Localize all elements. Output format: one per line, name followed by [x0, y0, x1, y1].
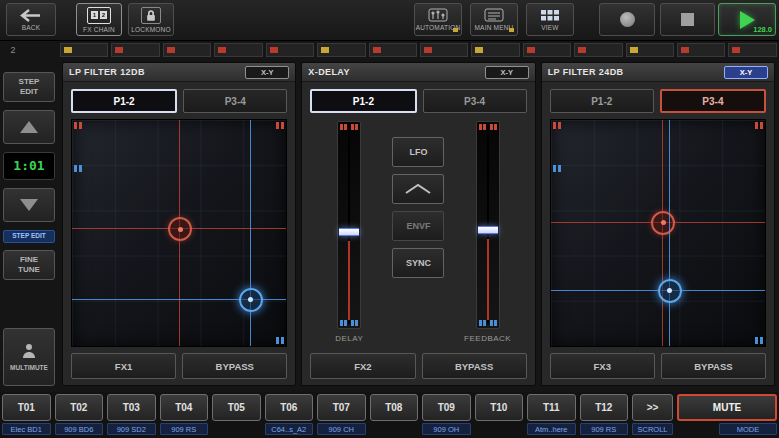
- automation-button[interactable]: AUTOMATION: [414, 3, 462, 36]
- fx3-select-button[interactable]: FX3: [550, 353, 655, 379]
- fx-slot-indicator[interactable]: [471, 43, 519, 57]
- slot-status-mark: [527, 47, 535, 53]
- tab-p3-4[interactable]: P3-4: [660, 89, 766, 113]
- person-icon: [20, 342, 38, 360]
- track-cell: T10: [475, 394, 524, 438]
- track-button-t01[interactable]: T01: [2, 394, 51, 421]
- panel-body: DELAY LFO ENVF SYNC: [302, 116, 534, 350]
- step-edit-button[interactable]: STEP EDIT: [3, 72, 55, 102]
- fx-slot-indicator[interactable]: [111, 43, 159, 57]
- tab-p1-2[interactable]: P1-2: [550, 89, 654, 113]
- envf-button[interactable]: ENVF: [392, 211, 444, 241]
- xy-pad[interactable]: [550, 119, 766, 347]
- mute-mode-button[interactable]: MUTE: [677, 394, 777, 421]
- xy-pad[interactable]: [71, 119, 287, 347]
- track-button-t11[interactable]: T11: [527, 394, 576, 421]
- delay-slider-handle[interactable]: [339, 228, 359, 236]
- tab-p1-2[interactable]: P1-2: [310, 89, 416, 113]
- xy-toggle-button[interactable]: X-Y: [485, 66, 529, 79]
- sync-button[interactable]: SYNC: [392, 248, 444, 278]
- tab-p3-4[interactable]: P3-4: [183, 89, 287, 113]
- track-button-t04[interactable]: T04: [160, 394, 209, 421]
- bypass-button[interactable]: BYPASS: [661, 353, 766, 379]
- track-button-t12[interactable]: T12: [580, 394, 629, 421]
- tab-p3-4[interactable]: P3-4: [423, 89, 527, 113]
- fx-slot-indicator[interactable]: [574, 43, 622, 57]
- slot-status-mark: [681, 47, 689, 53]
- feedback-slider-handle[interactable]: [478, 226, 498, 234]
- back-arrow-icon: [20, 9, 42, 22]
- record-button[interactable]: [599, 3, 655, 36]
- track-button-t10[interactable]: T10: [475, 394, 524, 421]
- track-cell-mute: MUTEMODE: [677, 394, 777, 438]
- track-bar: T01Elec BD1 T02909 BD6 T03909 SD2 T04909…: [0, 392, 779, 438]
- fx-slot-indicator[interactable]: [523, 43, 571, 57]
- edit-mode-label: STEP EDIT: [3, 230, 55, 243]
- automation-status-dot: [453, 28, 458, 32]
- slot-status-mark: [732, 47, 740, 53]
- fx1-select-button[interactable]: FX1: [71, 353, 176, 379]
- fine-tune-button[interactable]: FINE TUNE: [3, 250, 55, 280]
- track-button-t08[interactable]: T08: [370, 394, 419, 421]
- track-button-t05[interactable]: T05: [212, 394, 261, 421]
- step-up-button[interactable]: [3, 110, 55, 144]
- slot-status-mark: [218, 47, 226, 53]
- panel-body: [63, 116, 295, 350]
- view-button[interactable]: VIEW: [526, 3, 574, 36]
- panel-header: LP FILTER 12DB X-Y: [63, 63, 295, 82]
- track-button-t06[interactable]: T06: [265, 394, 314, 421]
- fx-slot-indicator[interactable]: [266, 43, 314, 57]
- multimute-button[interactable]: MULTIMUTE: [3, 328, 55, 386]
- track-cell: T08: [370, 394, 419, 438]
- fx-chain-button[interactable]: 1 2 FX CHAIN: [76, 3, 122, 36]
- fx-slot-indicator[interactable]: [214, 43, 262, 57]
- lockmono-button[interactable]: LOCKMONO: [128, 3, 174, 36]
- stop-button[interactable]: [660, 3, 715, 36]
- step-down-button[interactable]: [3, 188, 55, 222]
- tempo-display[interactable]: 128.0: [753, 25, 772, 34]
- scroll-tracks-button[interactable]: >>: [632, 394, 673, 421]
- fx-slot-indicator[interactable]: [420, 43, 468, 57]
- up-arrow-icon: [20, 121, 38, 133]
- tab-p1-2[interactable]: P1-2: [71, 89, 177, 113]
- track-name-label: [370, 423, 419, 435]
- bypass-button[interactable]: BYPASS: [422, 353, 527, 379]
- feedback-slider[interactable]: [476, 121, 500, 329]
- fx-slot-indicator[interactable]: [369, 43, 417, 57]
- lock-icon: [141, 7, 161, 24]
- delay-slider-column: DELAY: [326, 121, 372, 347]
- fx-slot-indicator[interactable]: [626, 43, 674, 57]
- fx-slot-indicator[interactable]: [728, 43, 776, 57]
- fx-slot-indicator[interactable]: [60, 43, 108, 57]
- slot-status-mark: [424, 47, 432, 53]
- fx-slot-indicator[interactable]: [163, 43, 211, 57]
- mode-label: MODE: [719, 423, 777, 435]
- automation-machine-icon: [428, 8, 448, 22]
- fx-slot-indicator[interactable]: [317, 43, 365, 57]
- position-display: 1:01: [3, 152, 55, 180]
- track-button-t02[interactable]: T02: [55, 394, 104, 421]
- track-cell: T02909 BD6: [55, 394, 104, 438]
- lfo-button[interactable]: LFO: [392, 137, 444, 167]
- track-name-label: 909 RS: [160, 423, 209, 435]
- play-button[interactable]: 128.0: [718, 3, 776, 36]
- slot-status-mark: [270, 47, 278, 53]
- bypass-button[interactable]: BYPASS: [182, 353, 287, 379]
- track-name-label: 909 BD6: [55, 423, 104, 435]
- fx2-select-button[interactable]: FX2: [310, 353, 415, 379]
- fx-panels: LP FILTER 12DB X-Y P1-2 P3-4: [60, 60, 777, 392]
- fx-slot-strip: [60, 43, 777, 57]
- top-toolbar: BACK 1 2 FX CHAIN LOCKMONO: [0, 0, 779, 41]
- track-cell: T05: [212, 394, 261, 438]
- fx-slot-indicator[interactable]: [677, 43, 725, 57]
- track-button-t07[interactable]: T07: [317, 394, 366, 421]
- back-button[interactable]: BACK: [6, 3, 56, 36]
- lfo-shape-button[interactable]: [392, 174, 444, 204]
- delay-slider[interactable]: [337, 121, 361, 329]
- xy-toggle-button[interactable]: X-Y: [245, 66, 289, 79]
- track-button-t03[interactable]: T03: [107, 394, 156, 421]
- main-menu-button[interactable]: MAIN MENU: [470, 3, 518, 36]
- track-button-t09[interactable]: T09: [422, 394, 471, 421]
- track-cell: T01Elec BD1: [2, 394, 51, 438]
- xy-toggle-button[interactable]: X-Y: [724, 66, 768, 79]
